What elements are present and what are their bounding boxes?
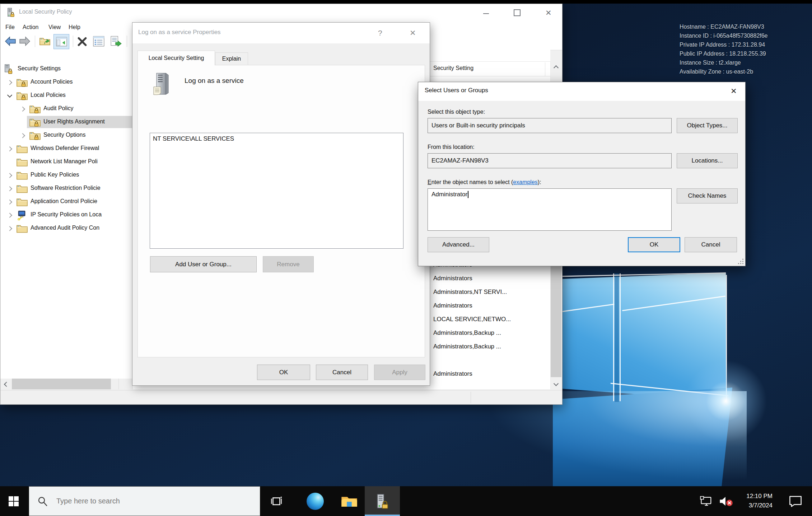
examples-link[interactable]: examples: [513, 179, 537, 185]
horizontal-scrollbar[interactable]: [0, 379, 119, 389]
chevron-right-icon[interactable]: [7, 186, 12, 191]
tree-item-advanced-audit-policy[interactable]: Advanced Audit Policy Con: [0, 222, 132, 235]
close-button[interactable]: ✕: [536, 4, 561, 21]
menu-action[interactable]: Action: [20, 21, 41, 33]
tree-item-local-policies[interactable]: Local Policies: [0, 89, 132, 103]
object-type-label: Select this object type:: [428, 109, 485, 115]
chevron-right-icon[interactable]: [7, 173, 12, 178]
security-setting-value: LOCAL SERVICE,NETWO...: [433, 316, 511, 323]
taskbar-clock[interactable]: 12:10 PM 3/7/2024: [735, 492, 773, 510]
show-console-tree-icon: [56, 36, 67, 47]
chevron-right-icon[interactable]: [7, 146, 12, 151]
object-type-value: Users or Built-in security principals: [431, 122, 525, 129]
button-label: Cancel: [332, 369, 351, 376]
search-input[interactable]: [56, 497, 229, 506]
close-button[interactable]: ✕: [400, 23, 425, 43]
chevron-right-icon[interactable]: [7, 80, 12, 85]
menu-help[interactable]: Help: [66, 21, 83, 33]
tree-item-user-rights-assignment[interactable]: User Rights Assignment: [0, 116, 132, 129]
network-tray-button[interactable]: [697, 486, 716, 516]
chevron-right-icon[interactable]: [7, 213, 12, 218]
windows-start-icon: [8, 496, 19, 507]
button-label: OK: [279, 369, 288, 376]
select-dialog-titlebar[interactable]: Select Users or Groups ✕: [418, 82, 745, 101]
tree-item-security-settings[interactable]: Security Settings: [0, 63, 132, 76]
close-button[interactable]: ✕: [722, 82, 745, 101]
taskbar-search[interactable]: [29, 486, 260, 516]
scroll-up-button[interactable]: [551, 61, 561, 72]
menu-file[interactable]: File: [3, 21, 17, 33]
start-button[interactable]: [0, 486, 27, 516]
maximize-button[interactable]: [504, 4, 529, 21]
volume-tray-button[interactable]: [716, 486, 736, 516]
tree-item-account-policies[interactable]: Account Policies: [0, 76, 132, 89]
object-type-field[interactable]: Users or Built-in security principals: [428, 118, 672, 133]
help-button[interactable]: ?: [369, 23, 391, 43]
policy-server-icon: [152, 72, 172, 96]
mmc-titlebar[interactable]: Local Security Policy ✕: [0, 4, 562, 21]
tree-item-public-key-policies[interactable]: Public Key Policies: [0, 169, 132, 182]
tree-item-label: User Rights Assignment: [43, 118, 105, 125]
export-folder-icon[interactable]: [39, 36, 51, 47]
taskbar-explorer-button[interactable]: [339, 486, 360, 516]
properties-icon[interactable]: [93, 36, 104, 47]
location-field[interactable]: EC2AMAZ-FAN98V3: [428, 153, 672, 168]
dialog-title: Select Users or Groups: [425, 87, 488, 94]
show-console-tree-button[interactable]: [53, 34, 69, 49]
mmc-app-icon: [6, 8, 15, 18]
tab-local-security-setting[interactable]: Local Security Setting: [137, 51, 215, 65]
remove-button[interactable]: Remove: [263, 256, 314, 272]
menu-view[interactable]: View: [46, 21, 63, 33]
chevron-right-icon[interactable]: [20, 133, 25, 138]
properties-dialog-titlebar[interactable]: Log on as a service Properties ? ✕: [132, 23, 430, 43]
ok-button[interactable]: OK: [257, 365, 310, 380]
tree-item-network-list-manager[interactable]: Network List Manager Poli: [0, 156, 132, 169]
export-list-icon[interactable]: [110, 36, 122, 47]
cancel-button[interactable]: Cancel: [316, 365, 368, 380]
delete-icon[interactable]: [77, 37, 87, 47]
member-item[interactable]: NT SERVICE\ALL SERVICES: [153, 135, 234, 142]
apply-button[interactable]: Apply: [374, 365, 425, 380]
scroll-left-button[interactable]: [0, 379, 11, 389]
tree-item-label: Application Control Policie: [31, 198, 97, 205]
action-center-button[interactable]: [785, 486, 806, 516]
cancel-button[interactable]: Cancel: [685, 237, 737, 252]
forward-icon[interactable]: [19, 36, 31, 47]
chevron-right-icon[interactable]: [7, 226, 12, 231]
locations-button[interactable]: Locations...: [677, 153, 738, 168]
ok-button[interactable]: OK: [628, 237, 680, 252]
tree-item-label: IP Security Policies on Loca: [31, 211, 102, 218]
tree-item-software-restriction-policies[interactable]: Software Restriction Policie: [0, 182, 132, 196]
taskbar-active-app-secpol[interactable]: [365, 486, 400, 516]
search-icon: [37, 496, 48, 507]
back-icon[interactable]: [5, 36, 16, 47]
minimize-button[interactable]: [473, 4, 499, 21]
check-names-button[interactable]: Check Names: [677, 188, 738, 203]
task-view-button[interactable]: [267, 486, 286, 516]
taskbar-edge-button[interactable]: [305, 486, 325, 516]
tree-item-ip-security-policies[interactable]: IP Security Policies on Loca: [0, 209, 132, 222]
advanced-button[interactable]: Advanced...: [428, 237, 489, 252]
members-listbox[interactable]: NT SERVICE\ALL SERVICES: [150, 133, 403, 249]
security-setting-value: Administrators,Backup ...: [433, 343, 501, 350]
chevron-right-icon[interactable]: [7, 200, 12, 205]
tab-explain[interactable]: Explain: [215, 52, 248, 65]
scroll-down-button[interactable]: [551, 379, 561, 389]
chevron-right-icon[interactable]: [20, 107, 25, 112]
tree-item-security-options[interactable]: Security Options: [0, 129, 132, 142]
object-names-input[interactable]: Administrator: [428, 188, 672, 231]
info-private-ip: Private IP Address : 172.31.28.94: [680, 40, 768, 49]
tree-item-application-control-policies[interactable]: Application Control Policie: [0, 196, 132, 209]
tree-item-windows-defender-firewall[interactable]: Windows Defender Firewal: [0, 142, 132, 156]
chevron-up-icon: [554, 65, 559, 70]
column-header-security-setting[interactable]: Security Setting: [433, 65, 473, 71]
security-setting-value: Administrators: [433, 275, 472, 282]
tree-item-audit-policy[interactable]: Audit Policy: [0, 103, 132, 116]
scrollbar-thumb[interactable]: [12, 379, 111, 389]
chevron-down-icon[interactable]: [7, 93, 12, 98]
chevron-down-icon: [554, 381, 559, 386]
resize-grip[interactable]: [738, 259, 744, 264]
object-types-button[interactable]: Object Types...: [677, 118, 738, 133]
column-divider[interactable]: [545, 62, 545, 76]
add-user-or-group-button[interactable]: Add User or Group...: [150, 256, 257, 272]
